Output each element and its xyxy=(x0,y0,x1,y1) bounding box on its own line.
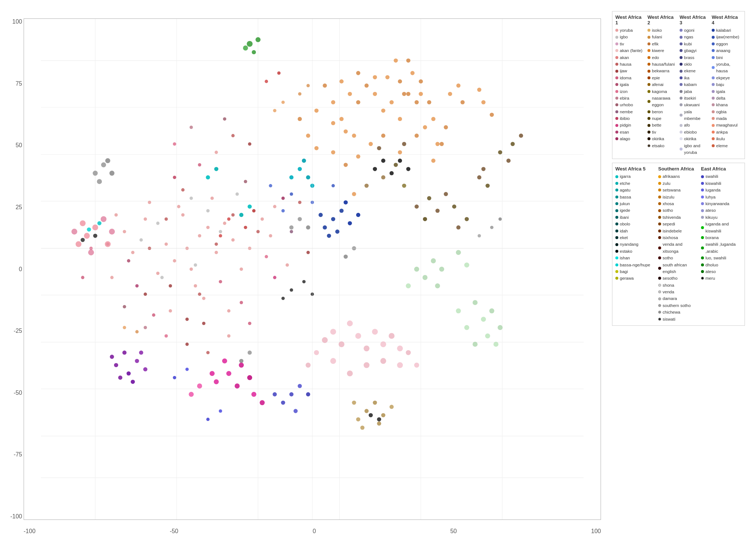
svg-point-258 xyxy=(347,321,353,327)
svg-point-73 xyxy=(173,176,176,179)
svg-point-146 xyxy=(344,130,348,134)
svg-point-176 xyxy=(348,221,352,225)
svg-point-231 xyxy=(306,225,310,229)
svg-point-121 xyxy=(402,142,406,146)
svg-point-144 xyxy=(477,88,481,92)
svg-point-104 xyxy=(364,83,368,87)
svg-point-154 xyxy=(410,71,415,75)
svg-point-136 xyxy=(340,79,344,83)
svg-point-189 xyxy=(464,262,470,267)
svg-point-228 xyxy=(105,158,110,163)
y-label-75: 75 xyxy=(16,80,22,87)
svg-point-88 xyxy=(123,305,126,308)
svg-point-264 xyxy=(380,341,386,347)
svg-point-270 xyxy=(330,358,336,364)
svg-point-80 xyxy=(306,251,310,254)
svg-point-162 xyxy=(444,192,448,196)
svg-point-267 xyxy=(380,358,386,364)
svg-point-18 xyxy=(173,259,176,262)
svg-point-110 xyxy=(352,134,356,138)
svg-point-120 xyxy=(394,163,398,167)
svg-point-296 xyxy=(206,418,210,421)
svg-point-148 xyxy=(419,92,423,96)
svg-point-299 xyxy=(265,80,268,83)
svg-point-310 xyxy=(352,401,356,405)
svg-point-249 xyxy=(235,383,240,389)
svg-point-72 xyxy=(290,230,293,233)
svg-point-253 xyxy=(197,383,202,389)
svg-point-316 xyxy=(389,405,394,409)
svg-point-192 xyxy=(481,317,486,322)
svg-point-59 xyxy=(181,188,185,191)
svg-point-32 xyxy=(210,197,214,200)
svg-point-138 xyxy=(373,75,377,79)
svg-point-62 xyxy=(185,318,189,321)
svg-point-205 xyxy=(101,216,107,222)
svg-point-30 xyxy=(261,217,264,221)
svg-point-143 xyxy=(490,113,494,117)
svg-point-172 xyxy=(465,217,469,221)
svg-point-184 xyxy=(423,275,428,280)
svg-point-246 xyxy=(226,371,231,376)
svg-point-255 xyxy=(189,392,194,397)
svg-point-157 xyxy=(406,58,410,62)
svg-point-125 xyxy=(352,192,356,196)
svg-point-22 xyxy=(214,251,218,254)
svg-point-126 xyxy=(381,159,385,163)
svg-point-26 xyxy=(231,238,235,242)
svg-point-225 xyxy=(101,162,106,168)
svg-point-212 xyxy=(93,234,97,238)
svg-point-151 xyxy=(440,142,444,146)
svg-point-207 xyxy=(88,249,94,255)
svg-point-115 xyxy=(431,117,435,121)
svg-point-283 xyxy=(273,109,276,112)
svg-point-174 xyxy=(340,209,344,213)
svg-point-305 xyxy=(298,384,302,388)
svg-point-183 xyxy=(431,258,436,263)
svg-point-227 xyxy=(93,171,98,176)
legend-west-africa-5: West Africa 5 igarra etche agatu bassa j… xyxy=(615,166,656,322)
svg-point-185 xyxy=(439,267,444,272)
svg-point-132 xyxy=(298,117,302,121)
svg-point-141 xyxy=(456,83,460,87)
svg-point-63 xyxy=(144,293,147,296)
svg-point-95 xyxy=(223,117,226,121)
svg-point-69 xyxy=(127,259,130,262)
svg-point-75 xyxy=(135,284,139,287)
svg-point-285 xyxy=(227,217,230,221)
svg-point-93 xyxy=(173,142,176,146)
svg-point-236 xyxy=(344,255,348,259)
svg-point-100 xyxy=(323,83,327,87)
svg-point-76 xyxy=(281,197,285,200)
svg-point-279 xyxy=(331,184,335,187)
svg-point-65 xyxy=(219,280,222,283)
main-container: 100 75 50 25 0 -25 -50 -75 -100 xyxy=(0,0,756,542)
svg-point-123 xyxy=(402,184,406,188)
svg-point-27 xyxy=(144,217,147,221)
svg-point-168 xyxy=(506,159,511,163)
ea-title: East Africa xyxy=(701,166,742,172)
svg-point-286 xyxy=(244,226,247,229)
svg-point-140 xyxy=(460,100,464,104)
svg-point-234 xyxy=(239,359,243,363)
svg-point-214 xyxy=(97,221,102,225)
svg-point-218 xyxy=(114,363,118,367)
svg-point-57 xyxy=(231,213,235,217)
svg-point-281 xyxy=(281,101,285,104)
svg-point-178 xyxy=(356,213,360,217)
svg-point-187 xyxy=(435,283,440,289)
svg-point-312 xyxy=(356,417,360,421)
svg-point-17 xyxy=(198,234,201,238)
svg-point-311 xyxy=(364,409,368,413)
svg-point-44 xyxy=(110,276,114,279)
svg-point-271 xyxy=(347,370,353,376)
svg-point-105 xyxy=(389,100,394,104)
svg-point-117 xyxy=(344,163,348,167)
svg-point-46 xyxy=(190,197,193,200)
svg-point-130 xyxy=(373,167,377,171)
svg-point-124 xyxy=(364,184,368,188)
svg-point-161 xyxy=(423,217,427,221)
svg-point-53 xyxy=(140,238,143,242)
svg-point-317 xyxy=(377,421,381,425)
svg-point-288 xyxy=(252,209,255,213)
